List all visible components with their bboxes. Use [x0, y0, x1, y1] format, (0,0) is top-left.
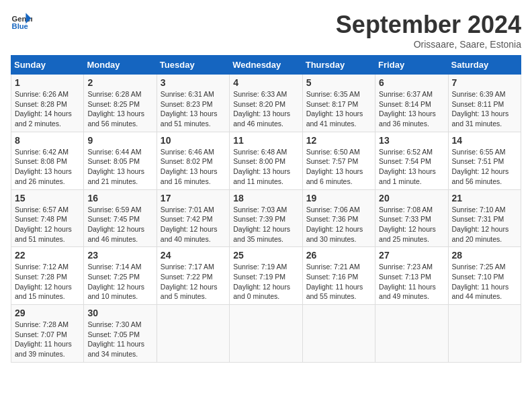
calendar-cell: 17Sunrise: 7:01 AM Sunset: 7:42 PM Dayli… [157, 189, 229, 247]
calendar-cell: 28Sunrise: 7:25 AM Sunset: 7:10 PM Dayli… [448, 247, 521, 305]
day-number: 23 [87, 250, 152, 261]
day-number: 8 [15, 135, 80, 146]
calendar-cell: 3Sunrise: 6:31 AM Sunset: 8:23 PM Daylig… [157, 75, 229, 132]
calendar-cell: 21Sunrise: 7:10 AM Sunset: 7:31 PM Dayli… [448, 189, 521, 247]
day-info: Sunrise: 6:28 AM Sunset: 8:25 PM Dayligh… [87, 89, 152, 129]
day-number: 29 [15, 308, 80, 318]
calendar-cell: 15Sunrise: 6:57 AM Sunset: 7:48 PM Dayli… [11, 189, 84, 247]
weekday-header-row: Sunday Monday Tuesday Wednesday Thursday… [11, 56, 521, 75]
day-number: 28 [452, 250, 517, 261]
day-number: 18 [233, 193, 298, 203]
calendar-week-row: 15Sunrise: 6:57 AM Sunset: 7:48 PM Dayli… [11, 189, 521, 247]
day-info: Sunrise: 7:06 AM Sunset: 7:36 PM Dayligh… [306, 205, 371, 244]
calendar-cell: 9Sunrise: 6:44 AM Sunset: 8:05 PM Daylig… [84, 132, 157, 189]
day-info: Sunrise: 6:42 AM Sunset: 8:08 PM Dayligh… [15, 147, 80, 187]
calendar-cell: 23Sunrise: 7:14 AM Sunset: 7:25 PM Dayli… [84, 247, 157, 305]
calendar-table: Sunday Monday Tuesday Wednesday Thursday… [11, 55, 521, 363]
calendar-cell: 2Sunrise: 6:28 AM Sunset: 8:25 PM Daylig… [84, 75, 157, 132]
calendar-cell: 16Sunrise: 6:59 AM Sunset: 7:45 PM Dayli… [84, 189, 157, 247]
header-sunday: Sunday [11, 56, 84, 75]
calendar-cell: 30Sunrise: 7:30 AM Sunset: 7:05 PM Dayli… [84, 305, 157, 363]
title-block: September 2024 Orissaare, Saare, Estonia [336, 11, 521, 50]
logo-icon: General Blue [11, 11, 32, 32]
calendar-cell: 14Sunrise: 6:55 AM Sunset: 7:51 PM Dayli… [448, 132, 521, 189]
page-header: General Blue September 2024 Orissaare, S… [11, 11, 521, 50]
calendar-cell: 18Sunrise: 7:03 AM Sunset: 7:39 PM Dayli… [230, 189, 302, 247]
day-info: Sunrise: 6:44 AM Sunset: 8:05 PM Dayligh… [87, 147, 152, 187]
logo: General Blue [11, 11, 32, 32]
day-number: 7 [452, 77, 517, 88]
day-number: 24 [161, 250, 226, 261]
day-info: Sunrise: 7:30 AM Sunset: 7:05 PM Dayligh… [87, 320, 152, 359]
day-info: Sunrise: 7:01 AM Sunset: 7:42 PM Dayligh… [161, 205, 226, 244]
day-info: Sunrise: 6:31 AM Sunset: 8:23 PM Dayligh… [161, 89, 226, 129]
day-number: 15 [15, 193, 80, 203]
calendar-cell: 10Sunrise: 6:46 AM Sunset: 8:02 PM Dayli… [157, 132, 229, 189]
calendar-cell: 4Sunrise: 6:33 AM Sunset: 8:20 PM Daylig… [230, 75, 302, 132]
day-info: Sunrise: 6:57 AM Sunset: 7:48 PM Dayligh… [15, 205, 80, 244]
day-info: Sunrise: 7:28 AM Sunset: 7:07 PM Dayligh… [15, 320, 80, 359]
calendar-cell: 5Sunrise: 6:35 AM Sunset: 8:17 PM Daylig… [302, 75, 375, 132]
day-info: Sunrise: 6:48 AM Sunset: 8:00 PM Dayligh… [233, 147, 298, 187]
day-info: Sunrise: 6:39 AM Sunset: 8:11 PM Dayligh… [452, 89, 517, 129]
day-number: 5 [306, 77, 371, 88]
calendar-cell: 22Sunrise: 7:12 AM Sunset: 7:28 PM Dayli… [11, 247, 84, 305]
header-tuesday: Tuesday [157, 56, 229, 75]
calendar-cell: 19Sunrise: 7:06 AM Sunset: 7:36 PM Dayli… [302, 189, 375, 247]
day-number: 9 [87, 135, 152, 146]
calendar-cell: 8Sunrise: 6:42 AM Sunset: 8:08 PM Daylig… [11, 132, 84, 189]
day-info: Sunrise: 6:50 AM Sunset: 7:57 PM Dayligh… [306, 147, 371, 187]
day-number: 16 [87, 193, 152, 203]
day-number: 12 [306, 135, 371, 146]
calendar-cell: 27Sunrise: 7:23 AM Sunset: 7:13 PM Dayli… [375, 247, 448, 305]
calendar-cell: 13Sunrise: 6:52 AM Sunset: 7:54 PM Dayli… [375, 132, 448, 189]
calendar-cell: 11Sunrise: 6:48 AM Sunset: 8:00 PM Dayli… [230, 132, 302, 189]
day-number: 25 [233, 250, 298, 261]
calendar-cell: 20Sunrise: 7:08 AM Sunset: 7:33 PM Dayli… [375, 189, 448, 247]
header-saturday: Saturday [448, 56, 521, 75]
calendar-cell: 24Sunrise: 7:17 AM Sunset: 7:22 PM Dayli… [157, 247, 229, 305]
day-info: Sunrise: 7:10 AM Sunset: 7:31 PM Dayligh… [452, 205, 517, 244]
day-info: Sunrise: 7:12 AM Sunset: 7:28 PM Dayligh… [15, 262, 80, 302]
header-thursday: Thursday [302, 56, 375, 75]
day-info: Sunrise: 6:33 AM Sunset: 8:20 PM Dayligh… [233, 89, 298, 129]
day-info: Sunrise: 6:35 AM Sunset: 8:17 PM Dayligh… [306, 89, 371, 129]
calendar-header: Sunday Monday Tuesday Wednesday Thursday… [11, 56, 521, 75]
day-number: 30 [87, 308, 152, 318]
header-friday: Friday [375, 56, 448, 75]
svg-text:Blue: Blue [12, 22, 28, 30]
calendar-body: 1Sunrise: 6:26 AM Sunset: 8:28 PM Daylig… [11, 75, 521, 363]
day-info: Sunrise: 6:59 AM Sunset: 7:45 PM Dayligh… [87, 205, 152, 244]
calendar-cell: 6Sunrise: 6:37 AM Sunset: 8:14 PM Daylig… [375, 75, 448, 132]
day-info: Sunrise: 6:26 AM Sunset: 8:28 PM Dayligh… [15, 89, 80, 129]
day-number: 1 [15, 77, 80, 88]
day-number: 20 [379, 193, 444, 203]
day-info: Sunrise: 6:55 AM Sunset: 7:51 PM Dayligh… [452, 147, 517, 187]
day-number: 11 [233, 135, 298, 146]
calendar-cell [230, 305, 302, 363]
calendar-cell [448, 305, 521, 363]
day-number: 19 [306, 193, 371, 203]
day-number: 2 [87, 77, 152, 88]
day-info: Sunrise: 7:25 AM Sunset: 7:10 PM Dayligh… [452, 262, 517, 302]
day-info: Sunrise: 7:17 AM Sunset: 7:22 PM Dayligh… [161, 262, 226, 302]
calendar-cell [375, 305, 448, 363]
day-number: 27 [379, 250, 444, 261]
calendar-week-row: 8Sunrise: 6:42 AM Sunset: 8:08 PM Daylig… [11, 132, 521, 189]
calendar-cell: 29Sunrise: 7:28 AM Sunset: 7:07 PM Dayli… [11, 305, 84, 363]
day-number: 14 [452, 135, 517, 146]
location-subtitle: Orissaare, Saare, Estonia [336, 39, 521, 50]
day-number: 4 [233, 77, 298, 88]
day-info: Sunrise: 7:19 AM Sunset: 7:19 PM Dayligh… [233, 262, 298, 302]
header-wednesday: Wednesday [230, 56, 302, 75]
day-number: 21 [452, 193, 517, 203]
calendar-cell: 12Sunrise: 6:50 AM Sunset: 7:57 PM Dayli… [302, 132, 375, 189]
day-number: 13 [379, 135, 444, 146]
day-info: Sunrise: 6:46 AM Sunset: 8:02 PM Dayligh… [161, 147, 226, 187]
day-number: 26 [306, 250, 371, 261]
day-number: 10 [161, 135, 226, 146]
header-monday: Monday [84, 56, 157, 75]
calendar-cell: 26Sunrise: 7:21 AM Sunset: 7:16 PM Dayli… [302, 247, 375, 305]
calendar-week-row: 29Sunrise: 7:28 AM Sunset: 7:07 PM Dayli… [11, 305, 521, 363]
day-info: Sunrise: 7:23 AM Sunset: 7:13 PM Dayligh… [379, 262, 444, 302]
